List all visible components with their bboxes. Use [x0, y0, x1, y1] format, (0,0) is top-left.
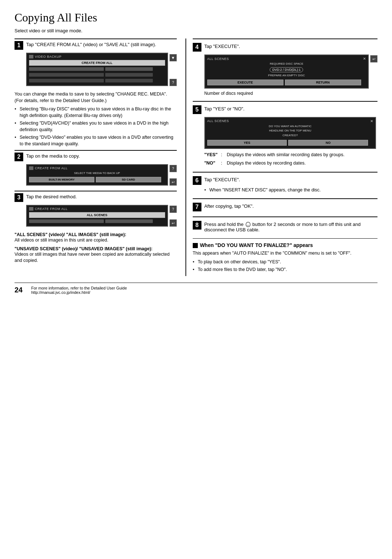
- bullet-bluray: Selecting "Blu-ray DISC" enables you to …: [15, 106, 177, 119]
- yes-key: "YES": [204, 152, 219, 158]
- step-4-number: 4: [193, 43, 201, 52]
- step-2-number: 2: [15, 153, 23, 161]
- step-3-screen-title: CREATE FROM ALL: [35, 207, 68, 211]
- step5-q1: DO YOU WANT AN AUTOMATIC: [207, 125, 373, 128]
- step-5-screen-title: ALL SCENES: [207, 119, 229, 123]
- close-icon-5: ✕: [370, 119, 373, 123]
- step-5-screen: ALL SCENES ✕ DO YOU WANT AN AUTOMATIC HE…: [204, 117, 376, 149]
- step5-q2: HEADLINE ON THE TOP MENU: [207, 129, 373, 133]
- video-icon: [29, 55, 33, 58]
- close-icon: ✕: [363, 57, 366, 61]
- step3-unsaved-desc: Videos or still images that have never b…: [15, 251, 177, 264]
- step-7-block: 7 After copying, tap "OK".: [193, 198, 377, 211]
- step-2-block: 2 Tap on the media to copy. CREATE FROM …: [15, 150, 177, 186]
- question-icon[interactable]: ?: [170, 79, 177, 86]
- step-3-block: 3 Tap the desired method. CREATE FROM AL…: [15, 191, 177, 227]
- step1-bullets: Selecting "Blu-ray DISC" enables you to …: [15, 106, 177, 147]
- yes-btn[interactable]: YES: [207, 140, 287, 146]
- video-icon-3: [29, 207, 33, 211]
- step-1-block: 1 Tap "CREATE FROM ALL" (video) or "SAVE…: [15, 39, 177, 86]
- step-2-sub: SELECT THE MEDIA TO BACK UP: [29, 171, 165, 175]
- all-scenes-btn[interactable]: ALL SCENES: [29, 212, 165, 218]
- video-icon-2: [29, 166, 33, 170]
- step-6-text: Tap "EXECUTE".: [204, 176, 240, 182]
- scroll-down-icon[interactable]: ▼: [170, 54, 177, 61]
- step-6-block: 6 Tap "EXECUTE". When "INSERT NEXT DISC"…: [193, 172, 377, 194]
- page-title: Copying All Files: [15, 11, 377, 24]
- step-1-side-icons: ▼ ?: [170, 53, 177, 86]
- step-4-block: 4 Tap "EXECUTE". ALL SCENES ✕ REQUIRED D…: [193, 39, 377, 96]
- finalize-bullet-2: To add more files to the DVD later, tap …: [193, 267, 377, 273]
- step-5-block: 5 Tap "YES" or "NO". ALL SCENES ✕ DO YOU…: [193, 101, 377, 167]
- sd-card-btn[interactable]: SD CARD: [96, 177, 161, 182]
- no-btn[interactable]: NO: [288, 140, 368, 146]
- step-7-number: 7: [193, 203, 201, 211]
- prepare-text: PREPARE AN EMPTY DISC: [207, 74, 366, 77]
- step-8-text: Press and hold the ⌵ button for 2 second…: [204, 221, 377, 232]
- no-desc: Displays the videos by recording dates.: [227, 160, 306, 167]
- step-2-text: Tap on the media to copy.: [26, 153, 80, 159]
- step5-q3: CREATED?: [207, 134, 373, 137]
- step1-note: You can change the media to save to by s…: [15, 91, 177, 104]
- step-8-block: 8 Press and hold the ⌵ button for 2 seco…: [193, 216, 377, 232]
- footer-page-num: 24: [15, 286, 25, 294]
- bullet-dvd-avchd: Selecting "DVD(AVCHD)" enables you to sa…: [15, 120, 177, 133]
- req-disc-space: REQUIRED DISC SPACE: [207, 62, 366, 66]
- step-4-screen: ALL SCENES ✕ REQUIRED DISC SPACE DVD:2 /…: [204, 54, 369, 89]
- step-5-number: 5: [193, 105, 201, 114]
- footer-line2: http://manual.jvc.co.jp/index.html/: [31, 290, 127, 295]
- return-btn[interactable]: RETURN: [285, 80, 361, 85]
- step-4-text: Tap "EXECUTE".: [204, 43, 240, 49]
- footer: 24 For more information, refer to the De…: [15, 283, 377, 295]
- step-7-text: After copying, tap "OK".: [204, 203, 254, 209]
- step-2-side-icons: ? ↩: [170, 165, 177, 186]
- step-6-number: 6: [193, 176, 201, 185]
- finalize-bullets: To play back on other devices, tap "YES"…: [193, 259, 377, 273]
- step-5-text: Tap "YES" or "NO".: [204, 105, 245, 112]
- step-3-side-icons: ? ↩: [170, 206, 177, 227]
- power-icon: ⌵: [246, 222, 250, 227]
- step3-allscenes-desc: All videos or still images in this unit …: [15, 237, 177, 244]
- step-3-screen: CREATE FROM ALL ALL SCENES: [26, 205, 168, 227]
- step3-unsaved-label: "UNSAVED SCENES" (video)/ "UNSAVED IMAGE…: [15, 246, 177, 251]
- page-subtitle: Select video or still image mode.: [15, 28, 377, 33]
- question-icon-3[interactable]: ?: [170, 206, 177, 213]
- create-from-all-btn[interactable]: CREATE FROM ALL: [29, 60, 165, 66]
- step-1-screen: VIDEO BACKUP CREATE FROM ALL: [26, 53, 168, 86]
- finalize-square-icon: [193, 243, 198, 248]
- bullet-dvd-video: Selecting "DVD-Video" enables you to sav…: [15, 134, 177, 147]
- step6-bullet: When "INSERT NEXT DISC" appears, change …: [204, 187, 377, 194]
- step-4-screen-title: ALL SCENES: [207, 57, 229, 61]
- step-8-number: 8: [193, 221, 201, 230]
- step-4-side-icons: ↩: [370, 55, 377, 89]
- finalize-text: This appears when "AUTO FINALIZE" in the…: [193, 250, 377, 257]
- question-icon-2[interactable]: ?: [170, 165, 177, 172]
- back-icon-4[interactable]: ↩: [370, 55, 377, 62]
- footer-text: For more information, refer to the Detai…: [31, 286, 127, 295]
- step-1-text: Tap "CREATE FROM ALL" (video) or "SAVE A…: [26, 41, 156, 47]
- yes-no-explanation: "YES" : Displays the videos with similar…: [204, 152, 377, 167]
- finalize-block: When "DO YOU WANT TO FINALIZE?" appears …: [193, 238, 377, 273]
- back-icon[interactable]: ↩: [170, 178, 177, 186]
- disc-count: DVD:2 / DVD(DL):1: [270, 67, 303, 72]
- disc-caption: Number of discs required: [204, 91, 377, 96]
- step3-allscenes-label: "ALL SCENES" (video)/ "ALL IMAGES" (stil…: [15, 232, 177, 237]
- execute-btn[interactable]: EXECUTE: [207, 80, 283, 85]
- finalize-header-text: When "DO YOU WANT TO FINALIZE?" appears: [200, 242, 313, 248]
- no-key: "NO": [204, 160, 219, 167]
- yes-desc: Displays the videos with similar recordi…: [227, 152, 344, 158]
- step-2-screen: CREATE FROM ALL SELECT THE MEDIA TO BACK…: [26, 164, 168, 186]
- step-2-screen-title: CREATE FROM ALL: [35, 166, 68, 170]
- finalize-bullet-1: To play back on other devices, tap "YES"…: [193, 259, 377, 266]
- footer-line1: For more information, refer to the Detai…: [31, 286, 127, 290]
- step6-bullets: When "INSERT NEXT DISC" appears, change …: [204, 187, 377, 194]
- built-in-memory-btn[interactable]: BUILT-IN MEMORY: [29, 177, 94, 182]
- step-3-text: Tap the desired method.: [26, 193, 77, 199]
- step-3-number: 3: [15, 193, 23, 202]
- step-1-number: 1: [15, 41, 23, 50]
- step-1-screen-title: VIDEO BACKUP: [35, 55, 62, 58]
- back-icon-3[interactable]: ↩: [170, 219, 177, 227]
